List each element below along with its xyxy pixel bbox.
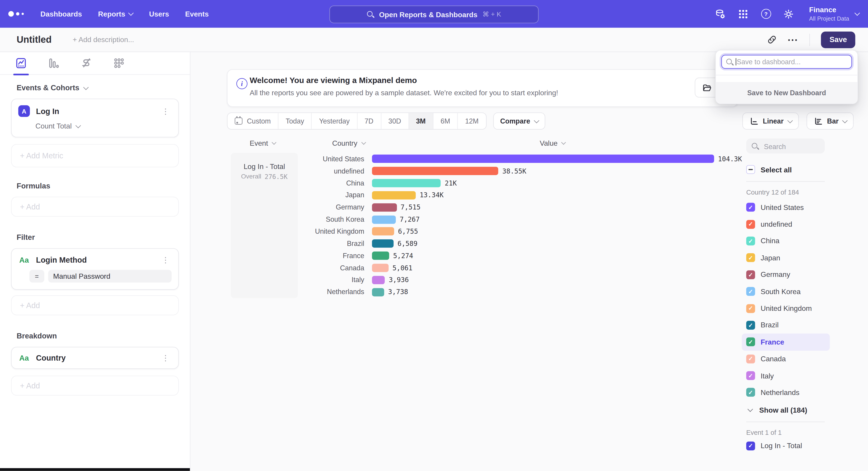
nav-item-dashboards[interactable]: Dashboards bbox=[40, 10, 82, 18]
chart-type-selector-button[interactable]: Bar bbox=[807, 112, 854, 129]
checkbox-checked[interactable]: ✓ bbox=[746, 270, 755, 279]
checkbox-checked[interactable]: ✓ bbox=[746, 371, 755, 380]
checkbox-checked[interactable]: ✓ bbox=[746, 220, 755, 229]
select-all-checkbox[interactable] bbox=[746, 165, 755, 174]
apps-grid-icon[interactable] bbox=[738, 8, 749, 20]
country-filter-item[interactable]: ✓Italy bbox=[746, 367, 837, 384]
checkbox-checked[interactable]: ✓ bbox=[746, 254, 755, 262]
report-title[interactable]: Untitled bbox=[17, 34, 52, 45]
chart-bar[interactable] bbox=[372, 203, 397, 211]
select-all-row[interactable]: Select all bbox=[746, 165, 837, 174]
chart-bar[interactable] bbox=[372, 276, 385, 284]
breakdown-property-name[interactable]: Country bbox=[36, 353, 66, 362]
tab-insights[interactable] bbox=[15, 57, 27, 69]
checkbox-checked[interactable]: ✓ bbox=[746, 354, 755, 363]
event-filter-item[interactable]: ✓ Log In - Total bbox=[746, 441, 837, 450]
tab-retention[interactable] bbox=[113, 57, 125, 69]
country-filter-item[interactable]: ✓Germany bbox=[746, 266, 837, 283]
more-actions-icon[interactable]: ••• bbox=[788, 36, 799, 43]
filter-operator[interactable]: = bbox=[29, 270, 44, 283]
range-custom[interactable]: Custom bbox=[228, 113, 278, 129]
country-filter-item[interactable]: ✓Japan bbox=[746, 249, 837, 266]
event-checkbox[interactable]: ✓ bbox=[746, 441, 755, 450]
country-label: Japan bbox=[761, 254, 780, 262]
data-management-icon[interactable] bbox=[715, 8, 726, 20]
compare-button[interactable]: Compare bbox=[493, 112, 546, 129]
copy-link-icon[interactable] bbox=[767, 35, 777, 45]
event-name[interactable]: Log In bbox=[36, 107, 59, 115]
chart-row: United States104.3K bbox=[302, 153, 742, 165]
country-label: Canada bbox=[761, 355, 786, 363]
chart-bar[interactable] bbox=[372, 167, 498, 175]
mixpanel-logo-icon[interactable] bbox=[8, 11, 24, 17]
add-breakdown-button[interactable]: + Add bbox=[11, 376, 179, 395]
segment-search[interactable] bbox=[746, 139, 825, 153]
column-header-event[interactable]: Event bbox=[250, 139, 276, 147]
country-filter-item[interactable]: ✓Brazil bbox=[746, 317, 837, 333]
segment-search-input[interactable] bbox=[763, 139, 820, 154]
add-filter-button[interactable]: + Add bbox=[11, 295, 179, 315]
country-filter-item[interactable]: ✓South Korea bbox=[746, 283, 837, 300]
chart-bar[interactable] bbox=[372, 240, 394, 248]
checkbox-checked[interactable]: ✓ bbox=[746, 321, 755, 330]
checkbox-checked[interactable]: ✓ bbox=[746, 304, 755, 313]
kebab-menu-icon[interactable]: ⋮ bbox=[159, 106, 172, 116]
country-filter-item[interactable]: ✓China bbox=[746, 233, 837, 249]
kebab-menu-icon[interactable]: ⋮ bbox=[159, 255, 172, 265]
chart-bar[interactable] bbox=[372, 227, 394, 236]
range-7d[interactable]: 7D bbox=[357, 113, 381, 129]
chart-bar[interactable] bbox=[372, 215, 396, 224]
global-search-input[interactable]: Open Reports & Dashboards ⌘ + K bbox=[329, 5, 539, 23]
chart-bar[interactable] bbox=[372, 264, 389, 272]
range-12m[interactable]: 12M bbox=[457, 113, 486, 129]
save-to-new-dashboard-button[interactable]: Save to New Dashboard bbox=[716, 82, 858, 104]
nav-item-reports[interactable]: Reports bbox=[98, 10, 133, 18]
column-header-country[interactable]: Country bbox=[332, 139, 365, 147]
range-today[interactable]: Today bbox=[278, 113, 311, 129]
scale-selector-button[interactable]: Linear bbox=[742, 112, 799, 129]
settings-gear-icon[interactable] bbox=[783, 8, 794, 20]
add-description-field[interactable]: + Add description... bbox=[73, 35, 134, 44]
checkbox-checked[interactable]: ✓ bbox=[746, 203, 755, 212]
tab-flows[interactable] bbox=[80, 57, 92, 69]
events-cohorts-header[interactable]: Events & Cohorts bbox=[17, 84, 190, 92]
chart-category-label: United States bbox=[302, 155, 364, 163]
filter-value[interactable]: Manual Password bbox=[48, 270, 172, 283]
tab-bar-report[interactable] bbox=[48, 57, 60, 69]
checkbox-checked[interactable]: ✓ bbox=[746, 237, 755, 245]
chart-bar[interactable] bbox=[372, 191, 416, 200]
search-shortcut: ⌘ + K bbox=[483, 11, 501, 18]
chart-bar[interactable] bbox=[372, 252, 389, 260]
country-filter-item[interactable]: ✓Canada bbox=[746, 350, 837, 367]
checkbox-checked[interactable]: ✓ bbox=[746, 388, 755, 397]
nav-item-users[interactable]: Users bbox=[149, 10, 169, 18]
add-metric-button[interactable]: + Add Metric bbox=[11, 144, 179, 168]
range-30d[interactable]: 30D bbox=[381, 113, 408, 129]
aggregation-selector[interactable]: Count Total bbox=[35, 122, 172, 130]
project-switcher[interactable]: Finance All Project Data bbox=[809, 6, 859, 22]
help-icon[interactable]: ? bbox=[761, 8, 772, 20]
country-filter-item[interactable]: ✓France bbox=[742, 334, 830, 350]
checkbox-checked[interactable]: ✓ bbox=[746, 287, 755, 296]
country-filter-item[interactable]: ✓United Kingdom bbox=[746, 300, 837, 317]
country-label: Netherlands bbox=[761, 388, 800, 397]
formulas-header: Formulas bbox=[17, 182, 190, 190]
country-filter-item[interactable]: ✓United States bbox=[746, 199, 837, 215]
nav-item-events[interactable]: Events bbox=[185, 10, 209, 18]
range-3m[interactable]: 3M bbox=[408, 113, 433, 129]
filter-property-name[interactable]: Login Method bbox=[36, 256, 87, 264]
save-button[interactable]: Save bbox=[821, 31, 855, 48]
range-6m[interactable]: 6M bbox=[433, 113, 458, 129]
country-filter-item[interactable]: ✓Netherlands bbox=[746, 384, 837, 401]
country-filter-item[interactable]: ✓undefined bbox=[746, 216, 837, 233]
checkbox-checked[interactable]: ✓ bbox=[746, 337, 755, 346]
chart-bar[interactable] bbox=[372, 155, 714, 163]
add-formula-button[interactable]: + Add bbox=[11, 197, 179, 216]
show-all-button[interactable]: Show all (184) bbox=[746, 406, 837, 414]
save-to-dashboard-input[interactable] bbox=[721, 55, 852, 68]
chart-bar[interactable] bbox=[372, 179, 441, 187]
chart-bar[interactable] bbox=[372, 288, 384, 296]
range-yesterday[interactable]: Yesterday bbox=[311, 113, 357, 129]
kebab-menu-icon[interactable]: ⋮ bbox=[159, 353, 172, 363]
column-header-value[interactable]: Value bbox=[540, 139, 565, 147]
